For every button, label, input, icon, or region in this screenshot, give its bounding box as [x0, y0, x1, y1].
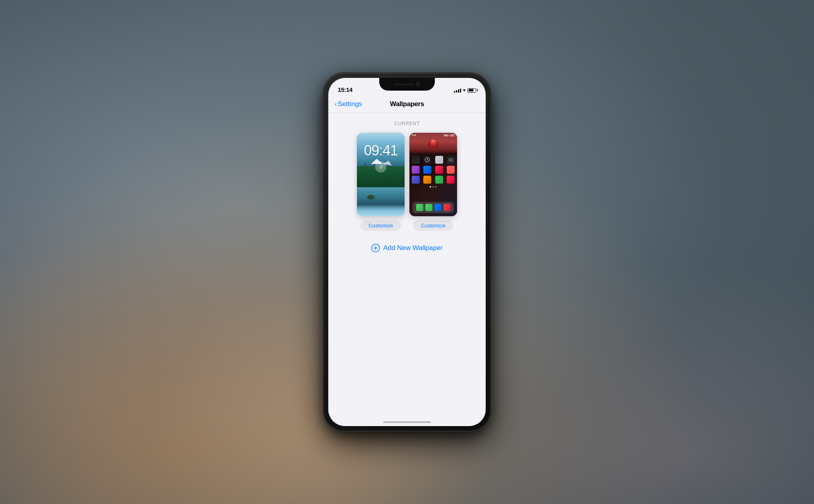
- home-time-small: 9:41: [412, 134, 416, 136]
- page-dot-active: [430, 186, 431, 188]
- dock: [413, 202, 454, 213]
- phone-shell: 15:14 ▾ ‹ Se: [324, 73, 490, 431]
- app-icon-camera[interactable]: [447, 156, 455, 164]
- app-row-2: [412, 166, 455, 174]
- app-icon-appletv[interactable]: [412, 156, 420, 164]
- lock-icon: ⊙: [375, 161, 386, 173]
- phone-device: 15:14 ▾ ‹ Se: [324, 73, 490, 431]
- dock-safari[interactable]: [434, 204, 442, 211]
- app-icon-misc1[interactable]: [412, 176, 420, 184]
- lock-time-display: 09:41: [357, 142, 405, 159]
- home-screen-item[interactable]: 9:41 ▐▐▐▐ ▾: [409, 133, 457, 231]
- home-screen-preview[interactable]: 9:41 ▐▐▐▐ ▾: [409, 133, 457, 216]
- water-layer: [357, 187, 405, 217]
- bird-wallpaper: 9:41 ▐▐▐▐ ▾: [409, 133, 457, 155]
- app-icon-clock[interactable]: [423, 156, 431, 164]
- page-dot-2: [432, 186, 434, 188]
- page-dots: [412, 186, 455, 188]
- home-indicator[interactable]: [383, 421, 431, 423]
- add-wallpaper-row[interactable]: Add New Wallpaper: [328, 237, 486, 259]
- rock: [367, 195, 374, 200]
- svg-point-8: [432, 140, 433, 141]
- home-status-bar: 9:41 ▐▐▐▐ ▾: [412, 134, 455, 136]
- app-row-1: [412, 156, 455, 164]
- app-icon-misc2[interactable]: [423, 176, 431, 184]
- dock-messages[interactable]: [425, 204, 432, 211]
- main-content: CURRENT: [328, 113, 486, 426]
- app-icon-misc3[interactable]: [435, 176, 443, 184]
- app-icon-misc4[interactable]: [447, 176, 455, 184]
- dock-music[interactable]: [444, 204, 451, 211]
- back-button[interactable]: ‹ Settings: [335, 100, 362, 108]
- add-wallpaper-label[interactable]: Add New Wallpaper: [383, 244, 443, 252]
- app-grid: [412, 156, 455, 188]
- add-circle-icon[interactable]: [371, 244, 380, 252]
- home-signal-icon: ▐▐▐▐: [444, 134, 448, 136]
- page-dot-3: [435, 186, 437, 188]
- chevron-left-icon: ‹: [335, 100, 337, 108]
- status-icons: ▾: [454, 87, 476, 93]
- app-icon-appstore[interactable]: [423, 166, 431, 174]
- app-row-3: [412, 176, 455, 184]
- signal-icon: [454, 88, 461, 93]
- navigation-bar: ‹ Settings Wallpapers: [328, 95, 486, 113]
- app-icon-contacts[interactable]: [435, 156, 443, 164]
- app-icon-podcast[interactable]: [412, 166, 420, 174]
- back-label[interactable]: Settings: [338, 100, 362, 108]
- bird-image: [425, 138, 441, 151]
- lock-screen-preview[interactable]: 09:41 ⊙: [357, 133, 405, 216]
- front-camera: [416, 82, 420, 86]
- app-icon-nuage[interactable]: [447, 166, 455, 174]
- current-section-label: CURRENT: [328, 121, 486, 126]
- notch: [379, 78, 435, 91]
- home-battery-icon: [450, 134, 455, 136]
- dock-phone[interactable]: [416, 204, 423, 211]
- wifi-icon: ▾: [463, 87, 465, 93]
- page-title: Wallpapers: [390, 100, 424, 108]
- home-customize-button[interactable]: Customize: [413, 220, 453, 231]
- lock-screen-item[interactable]: 09:41 ⊙ Customize: [357, 133, 405, 231]
- app-icon-health[interactable]: [435, 166, 443, 174]
- battery-icon: [467, 88, 476, 93]
- home-wifi-icon: ▾: [449, 134, 450, 136]
- home-status-icons: ▐▐▐▐ ▾: [444, 134, 455, 136]
- lock-customize-button[interactable]: Customize: [360, 220, 401, 231]
- wallpaper-pair: 09:41 ⊙ Customize: [328, 133, 486, 231]
- speaker: [394, 83, 414, 85]
- status-time: 15:14: [338, 86, 353, 93]
- phone-screen: 15:14 ▾ ‹ Se: [328, 78, 486, 426]
